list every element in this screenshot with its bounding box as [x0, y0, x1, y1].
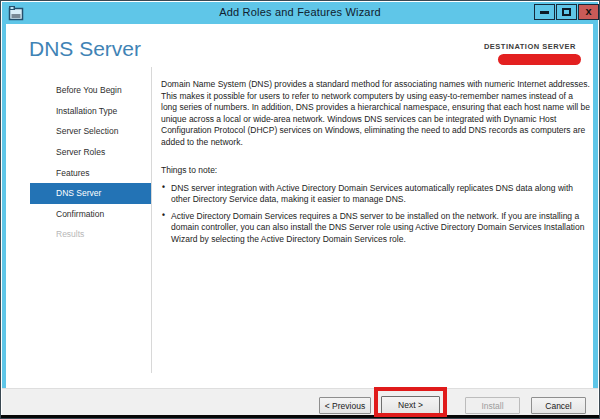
close-button[interactable]: x — [578, 4, 599, 20]
notes-list: DNS server integration with Active Direc… — [161, 183, 590, 246]
close-icon: x — [585, 5, 591, 17]
next-button[interactable]: Next > — [381, 396, 440, 414]
wizard-steps-nav: Before You Begin Installation Type Serve… — [30, 80, 151, 245]
footer-bar: < Previous Next > Install Cancel — [2, 388, 598, 417]
destination-server-label: DESTINATION SERVER — [484, 42, 576, 51]
nav-item-results: Results — [30, 224, 151, 245]
previous-button[interactable]: < Previous — [319, 397, 371, 414]
note-item: DNS server integration with Active Direc… — [161, 183, 590, 206]
dns-description: Domain Name System (DNS) provides a stan… — [161, 79, 590, 148]
nav-item-dns-server[interactable]: DNS Server — [30, 183, 151, 204]
install-button: Install — [465, 397, 520, 414]
add-roles-features-wizard-window: Add Roles and Features Wizard x DNS Serv… — [0, 0, 600, 419]
page-content: Domain Name System (DNS) provides a stan… — [161, 79, 590, 250]
page-title: DNS Server — [29, 37, 141, 61]
window-title: Add Roles and Features Wizard — [2, 6, 598, 18]
nav-item-server-roles[interactable]: Server Roles — [30, 142, 151, 163]
screenshot-bottom-edge — [1, 415, 599, 418]
things-to-note-heading: Things to note: — [161, 165, 590, 177]
nav-item-installation-type[interactable]: Installation Type — [30, 101, 151, 122]
minimize-icon — [540, 11, 549, 14]
window-border-left — [2, 24, 6, 415]
cancel-button[interactable]: Cancel — [531, 397, 586, 414]
redaction-annotation — [498, 54, 581, 65]
nav-item-confirmation[interactable]: Confirmation — [30, 204, 151, 225]
nav-item-before-you-begin[interactable]: Before You Begin — [30, 80, 151, 101]
minimize-button[interactable] — [534, 4, 555, 20]
maximize-icon — [562, 8, 571, 16]
maximize-button[interactable] — [556, 4, 577, 20]
window-border-right — [593, 24, 598, 415]
nav-item-features[interactable]: Features — [30, 162, 151, 183]
nav-item-server-selection[interactable]: Server Selection — [30, 121, 151, 142]
note-item: Active Directory Domain Services require… — [161, 211, 590, 246]
sidebar-separator — [151, 67, 152, 373]
titlebar[interactable]: Add Roles and Features Wizard x — [2, 2, 598, 24]
